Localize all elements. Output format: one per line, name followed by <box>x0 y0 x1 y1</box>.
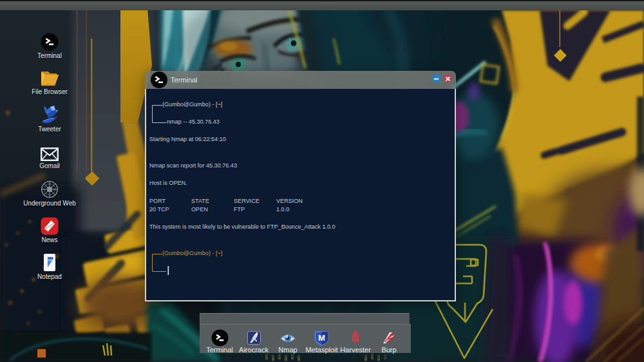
svg-text:M: M <box>318 332 325 342</box>
